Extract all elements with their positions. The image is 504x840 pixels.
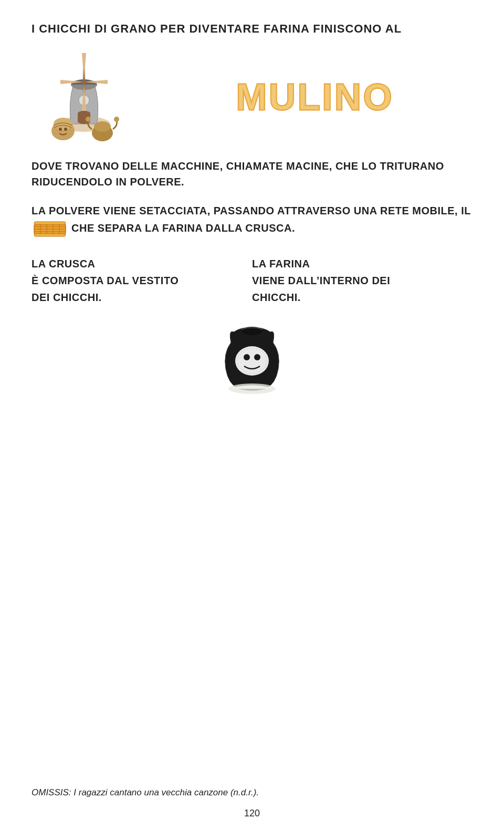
sieve-image — [32, 219, 68, 240]
svg-point-36 — [254, 354, 260, 360]
svg-point-35 — [244, 354, 250, 360]
col-right-line2: VIENE DALL’INTERNO DEI — [252, 272, 472, 289]
svg-text:MULINO: MULINO — [236, 76, 394, 118]
svg-marker-8 — [82, 53, 86, 82]
top-section: MULINO MULINO — [32, 48, 472, 142]
col-left-line2: È COMPOSTA DAL VESTITO — [32, 272, 252, 289]
svg-point-15 — [64, 128, 67, 131]
svg-point-17 — [94, 121, 111, 132]
left-column: LA CRUSCA È COMPOSTA DAL VESTITO DEI CHI… — [32, 255, 252, 306]
col-right-line1: LA FARINA — [252, 255, 472, 272]
svg-point-19 — [114, 117, 119, 122]
page-title: I CHICCHI DI GRANO PER DIVENTARE FARINA … — [32, 21, 472, 37]
svg-point-18 — [86, 117, 91, 122]
footer-note: OMISSIS: I ragazzi cantano una vecchia c… — [32, 787, 259, 798]
mill-illustration — [32, 48, 136, 142]
flour-bag-container — [32, 322, 472, 395]
two-column-section: LA CRUSCA È COMPOSTA DAL VESTITO DEI CHI… — [32, 255, 472, 306]
page: I CHICCHI DI GRANO PER DIVENTARE FARINA … — [0, 0, 504, 840]
col-left-line3: DEI CHICCHI. — [32, 289, 252, 306]
col-left-line1: LA CRUSCA — [32, 255, 252, 272]
page-number: 120 — [244, 808, 260, 819]
paragraph-2: LA POLVERE VIENE SETACCIATA, PASSANDO AT… — [32, 203, 472, 240]
col-right-line3: CHICCHI. — [252, 289, 472, 306]
flour-bag-illustration — [218, 322, 286, 395]
svg-point-14 — [59, 128, 62, 131]
svg-rect-30 — [34, 222, 66, 224]
svg-point-33 — [235, 346, 269, 376]
paragraph-1: DOVE TROVANO DELLE MACCHINE, CHIAMATE MA… — [32, 158, 472, 190]
mulino-title: MULINO MULINO — [158, 69, 472, 121]
right-column: LA FARINA VIENE DALL’INTERNO DEI CHICCHI… — [252, 255, 472, 306]
svg-rect-31 — [34, 234, 66, 236]
